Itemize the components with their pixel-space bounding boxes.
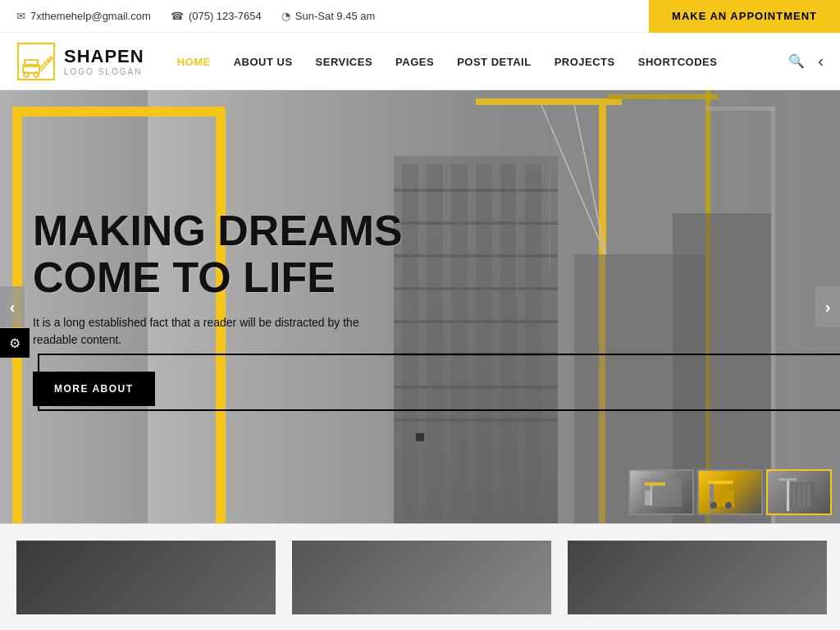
svg-point-43 (710, 502, 717, 509)
phone-icon: ☎ (171, 10, 184, 22)
phone-text: (075) 123-7654 (189, 10, 262, 22)
email-contact: ✉ 7xthemehelp@gmail.com (16, 10, 151, 22)
nav-link-pages[interactable]: PAGES (395, 56, 434, 68)
slide-indicator[interactable] (416, 433, 424, 441)
nav-link-shortcodes[interactable]: SHORTCODES (638, 56, 718, 68)
hours-text: Sun-Sat 9.45 am (295, 10, 376, 22)
logo-icon (16, 42, 56, 81)
hero-title: MAKING DREAMS COME TO LIFE (33, 208, 443, 301)
next-icon: › (825, 298, 831, 317)
thumbnail-1[interactable] (628, 469, 694, 515)
logo: SHAPEN LOGO SLOGAN (16, 42, 144, 81)
nav-item-pages[interactable]: PAGES (395, 54, 434, 69)
nav-item-shortcodes[interactable]: SHORTCODES (638, 54, 718, 69)
svg-rect-52 (807, 484, 810, 507)
thumb-image-2 (699, 471, 761, 514)
brand-name: SHAPEN (64, 46, 144, 67)
thumb-3-icon (774, 474, 824, 511)
svg-point-44 (725, 502, 732, 509)
bottom-card-2 (292, 541, 551, 614)
hero-section: ⚙ MAKING DREAMS COME TO LIFE It is a lon… (0, 90, 840, 523)
nav-item-post[interactable]: POST DETAIL (457, 54, 531, 69)
hours-contact: ◔ Sun-Sat 9.45 am (281, 10, 376, 22)
svg-rect-49 (792, 484, 796, 507)
bottom-card-3 (568, 541, 827, 614)
thumb-image-3 (768, 471, 830, 514)
next-arrow[interactable]: › (815, 286, 840, 327)
nav-link-projects[interactable]: PROJECTS (555, 56, 615, 68)
hero-title-line2: COME TO LIFE (33, 253, 336, 301)
nav-item-home[interactable]: HOME (177, 54, 211, 69)
nav-link-home[interactable]: HOME (177, 56, 211, 68)
gear-button[interactable]: ⚙ (0, 328, 30, 358)
thumbnail-3[interactable] (766, 469, 832, 515)
btn-shadow (38, 354, 840, 411)
nav-icons: 🔍 ‹ (788, 52, 824, 71)
thumbnail-strip (628, 469, 832, 515)
svg-rect-37 (645, 491, 651, 505)
thumb-2-icon (705, 474, 755, 511)
nav-link-services[interactable]: SERVICES (316, 56, 373, 68)
appointment-button[interactable]: MAKE AN APPOINTMENT (649, 0, 840, 33)
prev-arrow[interactable]: ‹ (0, 286, 25, 327)
nav-item-services[interactable]: SERVICES (316, 54, 373, 69)
thumb-1-icon (637, 474, 686, 511)
more-about-button[interactable]: MORE ABOUT (33, 372, 155, 406)
hero-subtitle: It is a long established fact that a rea… (33, 314, 377, 349)
thumb-image-1 (630, 471, 692, 514)
clock-icon: ◔ (281, 10, 290, 22)
bottom-card-1 (16, 541, 276, 614)
thumbnail-2[interactable] (697, 469, 763, 515)
email-text: 7xthemehelp@gmail.com (30, 10, 151, 22)
svg-rect-46 (778, 478, 797, 481)
nav-link-about[interactable]: ABOUT US (234, 56, 293, 68)
brand-slogan: LOGO SLOGAN (64, 67, 144, 76)
search-button[interactable]: 🔍 (788, 53, 805, 69)
bottom-section (0, 523, 840, 630)
navbar: SHAPEN LOGO SLOGAN HOME ABOUT US SERVICE… (0, 33, 840, 90)
svg-rect-50 (797, 484, 801, 507)
email-icon: ✉ (16, 10, 25, 22)
cta-wrapper: MORE ABOUT (33, 349, 840, 406)
hero-title-line1: MAKING DREAMS (33, 207, 403, 254)
svg-rect-42 (708, 481, 733, 484)
svg-rect-51 (802, 484, 806, 507)
nav-link-post[interactable]: POST DETAIL (457, 56, 531, 68)
gear-icon: ⚙ (9, 336, 21, 351)
hero-content: MAKING DREAMS COME TO LIFE It is a long … (0, 90, 840, 523)
phone-contact: ☎ (075) 123-7654 (171, 10, 262, 22)
top-bar-contacts: ✉ 7xthemehelp@gmail.com ☎ (075) 123-7654… (16, 10, 375, 22)
nav-item-projects[interactable]: PROJECTS (555, 54, 615, 69)
nav-chevron-button[interactable]: ‹ (818, 52, 824, 71)
nav-item-about[interactable]: ABOUT US (234, 54, 293, 69)
prev-icon: ‹ (10, 298, 16, 317)
svg-rect-38 (645, 482, 665, 486)
nav-links: HOME ABOUT US SERVICES PAGES POST DETAIL… (177, 54, 789, 69)
logo-text: SHAPEN LOGO SLOGAN (64, 46, 144, 76)
top-bar: ✉ 7xthemehelp@gmail.com ☎ (075) 123-7654… (0, 0, 840, 33)
